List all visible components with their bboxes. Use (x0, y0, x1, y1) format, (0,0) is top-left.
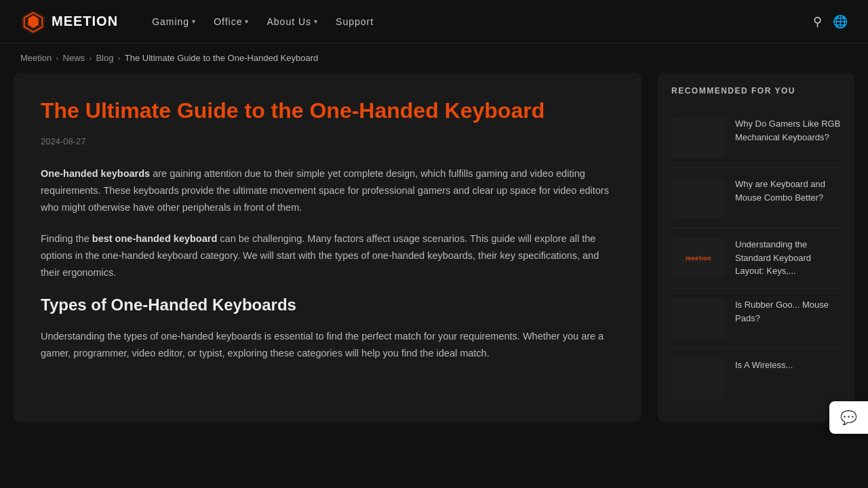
breadcrumb-meetion[interactable]: Meetion (20, 53, 52, 63)
rec-item-3[interactable]: Is Rubber Goo... Mouse Pads? (671, 289, 841, 349)
article-date: 2024-08-27 (41, 136, 614, 146)
rec-thumb-4 (671, 359, 726, 399)
rec-title-0: Why Do Gamers Like RGB Mechanical Keyboa… (735, 117, 841, 144)
rec-thumb-3 (671, 298, 726, 339)
breadcrumb-current: The Ultimate Guide to the One-Handed Key… (125, 53, 318, 63)
bold-best: best one-handed keyboard (92, 233, 218, 244)
breadcrumb-sep-2: › (89, 53, 92, 63)
breadcrumb: Meetion › News › Blog › The Ultimate Gui… (0, 43, 868, 73)
breadcrumb-blog[interactable]: Blog (96, 53, 113, 63)
breadcrumb-sep-3: › (117, 53, 120, 63)
nav-gaming[interactable]: Gaming ▾ (145, 11, 203, 33)
section-para: Understanding the types of one-handed ke… (41, 328, 614, 363)
nav-about[interactable]: About Us ▾ (260, 11, 325, 33)
article-para-1: One-handed keyboards are gaining attenti… (41, 165, 614, 217)
rec-title-1: Why are Keyboard and Mouse Combo Better? (735, 178, 841, 204)
language-icon[interactable]: 🌐 (833, 14, 848, 29)
main-layout: The Ultimate Guide to the One-Handed Key… (0, 73, 868, 449)
chat-icon: 💬 (840, 409, 857, 426)
rec-item-0[interactable]: Why Do Gamers Like RGB Mechanical Keyboa… (671, 108, 841, 168)
article-para-2-start: Finding the (41, 233, 92, 244)
rec-item-4[interactable]: Is A Wireless... (671, 349, 841, 409)
rec-thumb-1 (671, 178, 726, 218)
logo[interactable]: MEETION (20, 9, 118, 35)
sidebar: RECOMMENDED FOR YOU Why Do Gamers Like R… (658, 73, 854, 422)
search-icon[interactable]: ⚲ (813, 14, 822, 29)
sidebar-section-title: RECOMMENDED FOR YOU (671, 86, 841, 96)
rec-thumb-0 (671, 117, 726, 158)
article-body: One-handed keyboards are gaining attenti… (41, 165, 614, 363)
article-title: The Ultimate Guide to the One-Handed Key… (41, 97, 614, 125)
gaming-chevron-icon: ▾ (192, 18, 196, 25)
section-title: Types of One-Handed Keyboards (41, 296, 614, 314)
breadcrumb-sep-1: › (56, 53, 58, 63)
sidebar-section: RECOMMENDED FOR YOU Why Do Gamers Like R… (658, 73, 854, 422)
breadcrumb-news[interactable]: News (63, 53, 85, 63)
logo-text: MEETION (52, 14, 118, 29)
rec-title-4: Is A Wireless... (735, 359, 793, 372)
bold-one-handed: One-handed keyboards (41, 168, 150, 179)
nav-support[interactable]: Support (329, 11, 380, 33)
chat-widget[interactable]: 💬 (829, 401, 868, 434)
about-chevron-icon: ▾ (314, 18, 318, 25)
rec-item-1[interactable]: Why are Keyboard and Mouse Combo Better? (671, 168, 841, 228)
article-para-2: Finding the best one-handed keyboard can… (41, 230, 614, 282)
header: MEETION Gaming ▾ Office ▾ About Us ▾ Sup… (0, 0, 868, 43)
office-chevron-icon: ▾ (245, 18, 249, 25)
main-nav: Gaming ▾ Office ▾ About Us ▾ Support (145, 11, 813, 33)
rec-title-3: Is Rubber Goo... Mouse Pads? (735, 298, 841, 325)
rec-item-2[interactable]: meetion Understanding the Standard Keybo… (671, 228, 841, 289)
rec-title-2: Understanding the Standard Keyboard Layo… (735, 238, 841, 278)
nav-right: ⚲ 🌐 (813, 14, 848, 29)
nav-office[interactable]: Office ▾ (207, 11, 256, 33)
article: The Ultimate Guide to the One-Handed Key… (14, 73, 642, 422)
rec-thumb-2: meetion (671, 238, 726, 279)
